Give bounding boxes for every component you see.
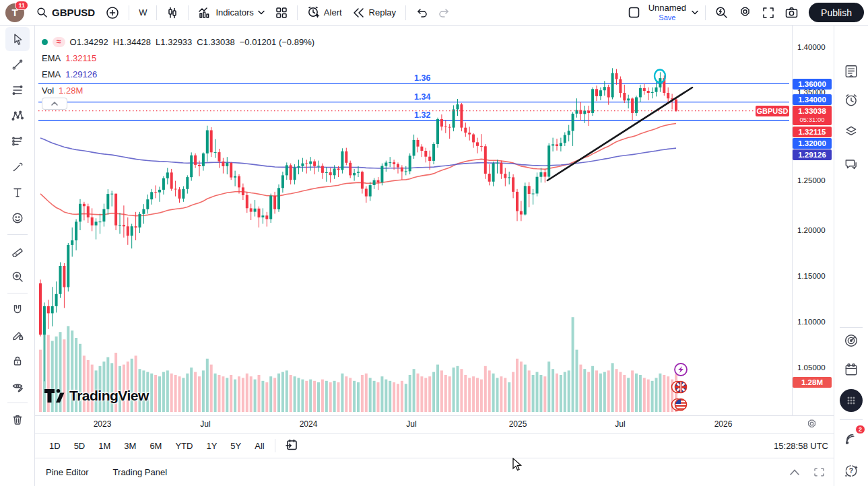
sidebar-alerts-clock-button[interactable] <box>839 88 863 112</box>
publish-button[interactable]: Publish <box>809 3 864 22</box>
panel-expand-chevron-icon[interactable] <box>790 469 799 475</box>
tool-emoji[interactable] <box>5 206 30 230</box>
toolbar-divider <box>7 293 28 293</box>
go-to-date-button[interactable] <box>281 436 302 455</box>
price-badge: 1.32115 <box>793 127 832 137</box>
toolbar-separator <box>129 5 129 20</box>
legend-collapse-button[interactable] <box>42 98 67 110</box>
tool-zoom-in[interactable] <box>5 265 30 289</box>
grid-layout-icon <box>275 7 288 19</box>
fib-retracement-icon <box>11 84 24 96</box>
redo-button[interactable] <box>433 3 456 23</box>
top-toolbar: T 11 GBPUSD W Indicators <box>0 0 868 26</box>
interval-button[interactable]: W <box>133 3 152 23</box>
toolbar-left: T 11 GBPUSD W Indicators <box>0 0 456 25</box>
compare-add-button[interactable] <box>100 3 125 23</box>
legend-volume-row[interactable]: Vol 1.28M <box>42 82 314 98</box>
legend-ohlc-row[interactable]: ≈ O1.34292 H1.34428 L1.32933 C1.33038 −0… <box>42 34 314 50</box>
range-button-1d[interactable]: 1D <box>44 438 65 454</box>
tool-ruler[interactable] <box>5 239 30 263</box>
range-button-3m[interactable]: 3M <box>119 438 141 454</box>
tool-remove-objects[interactable] <box>5 407 30 431</box>
sidebar-screener-radar-button[interactable] <box>839 328 863 353</box>
drawing-toolbar <box>0 26 35 486</box>
svg-text:?: ? <box>849 467 853 475</box>
replay-button[interactable]: Replay <box>347 3 401 23</box>
fullscreen-button[interactable] <box>757 3 780 23</box>
sidebar-divider <box>840 327 863 328</box>
tool-hide-drawings[interactable] <box>5 374 30 398</box>
price-tick-label: 1.40000 <box>797 43 826 51</box>
sidebar-help-button[interactable]: ? <box>839 458 863 483</box>
range-button-6m[interactable]: 6M <box>145 438 166 454</box>
range-button-ytd[interactable]: YTD <box>170 438 197 454</box>
range-button-1m[interactable]: 1M <box>94 438 115 454</box>
legend-ema1-row[interactable]: EMA 1.32115 <box>42 50 314 66</box>
object-tree-icon <box>844 125 859 139</box>
toolbar-separator <box>405 5 406 20</box>
settings-button[interactable] <box>733 3 757 23</box>
tradingview-app: T 11 GBPUSD W Indicators <box>0 0 868 486</box>
tab-pine-editor[interactable]: Pine Editor <box>46 467 89 477</box>
sidebar-calendar-button[interactable] <box>839 357 863 382</box>
quick-search-button[interactable] <box>710 3 733 23</box>
time-tick-label: 2024 <box>300 419 318 429</box>
tool-text[interactable] <box>5 180 30 205</box>
layout-name-button[interactable]: Unnamed Save <box>646 3 689 21</box>
price-badge-value: 1.34000 <box>798 96 826 104</box>
save-label: Save <box>659 13 675 22</box>
user-avatar[interactable]: T 11 <box>5 3 24 22</box>
tool-magnet[interactable] <box>5 298 30 322</box>
time-tick-label: 2023 <box>94 419 112 429</box>
tool-cursor[interactable] <box>5 27 30 51</box>
layout-dropdown-button[interactable] <box>689 3 701 23</box>
ema2-label: EMA <box>42 69 61 79</box>
time-tick-label: 2025 <box>509 419 527 429</box>
range-button-5d[interactable]: 5D <box>69 438 90 454</box>
legend-ema2-row[interactable]: EMA 1.29126 <box>42 66 314 82</box>
range-button-5y[interactable]: 5Y <box>226 438 246 454</box>
tool-brush[interactable] <box>5 155 30 179</box>
sidebar-broadcast-button[interactable]: 2 <box>839 427 863 451</box>
panel-maximize-icon[interactable] <box>814 468 824 477</box>
indicators-button[interactable]: Indicators <box>193 3 269 23</box>
magnet-icon <box>11 304 24 316</box>
ohlc-low: L1.32933 <box>156 37 192 47</box>
tool-trend-line[interactable] <box>5 53 30 77</box>
alert-button[interactable]: Alert <box>302 3 347 23</box>
snapshot-button[interactable] <box>780 3 803 23</box>
sidebar-watchlist-button[interactable] <box>839 59 863 83</box>
watermark-text: TradingView <box>69 388 149 404</box>
tool-draw-lock[interactable] <box>5 323 30 347</box>
toolbar-right: Unnamed Save Publish <box>622 0 868 25</box>
time-axis[interactable]: 2023Jul2024Jul2025Jul2026 <box>35 415 834 433</box>
tab-trading-panel[interactable]: Trading Panel <box>113 467 167 477</box>
chart-pane[interactable]: 1.361.341.32 ≈ O1.34292 H1.34428 L1.3293… <box>35 26 792 415</box>
event-markers[interactable] <box>672 363 688 411</box>
tool-fib-retracement[interactable] <box>5 78 30 102</box>
price-badge-value: 1.29126 <box>798 151 826 159</box>
save-layout-checkbox[interactable] <box>622 3 646 23</box>
session-clock[interactable]: 15:28:58 UTC <box>774 441 828 451</box>
symbol-search-button[interactable]: GBPUSD <box>31 3 100 23</box>
price-badge: 1.32000 <box>793 138 832 149</box>
tool-lock-all[interactable] <box>5 349 30 373</box>
sidebar-chat-button[interactable] <box>839 152 863 176</box>
sidebar-apps-grid-button[interactable] <box>840 389 863 412</box>
price-axis[interactable]: 1.400001.350001.250001.200001.150001.100… <box>792 26 834 415</box>
alert-clock-icon <box>307 6 320 19</box>
range-button-all[interactable]: All <box>250 438 269 454</box>
interval-label: W <box>139 7 147 18</box>
ohlc-close: C1.33038 <box>197 37 234 47</box>
layout-templates-button[interactable] <box>270 3 293 23</box>
price-badge-value: 1.28M <box>801 378 823 386</box>
tool-xabcd-pattern[interactable] <box>5 104 30 128</box>
range-button-1y[interactable]: 1Y <box>201 438 222 454</box>
undo-button[interactable] <box>410 3 433 23</box>
price-badge: 1.36000 <box>793 79 832 90</box>
chart-style-button[interactable] <box>161 3 184 23</box>
volume-value: 1.28M <box>59 85 83 96</box>
tool-forecast[interactable] <box>5 129 30 153</box>
timezone-gear-icon[interactable] <box>806 419 817 430</box>
sidebar-object-tree-button[interactable] <box>839 120 863 144</box>
